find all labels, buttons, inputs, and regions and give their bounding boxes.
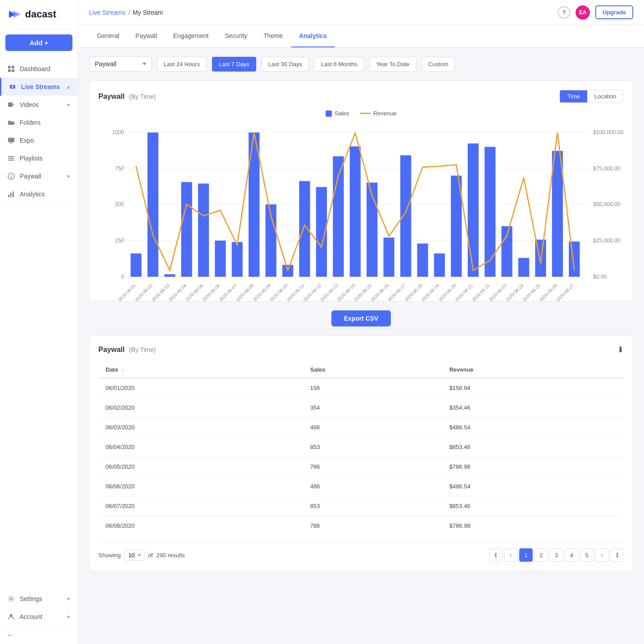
page-last-button[interactable]: ⟫ bbox=[610, 548, 624, 562]
cell-date: 06/06/2020 bbox=[98, 477, 303, 496]
tab-engagement[interactable]: Engagement bbox=[165, 25, 216, 47]
page-btn-2[interactable]: 2 bbox=[534, 548, 548, 562]
page-size-select[interactable]: 10 25 50 bbox=[124, 550, 144, 561]
svg-point-7 bbox=[12, 86, 13, 88]
time-btn-ytd[interactable]: Year To Date bbox=[369, 57, 416, 72]
dollar-icon: $ bbox=[7, 172, 15, 180]
cell-sales: 853 bbox=[303, 496, 442, 516]
cell-revenue: $786.98 bbox=[442, 457, 624, 477]
svg-rect-42 bbox=[215, 241, 225, 277]
svg-rect-52 bbox=[383, 237, 394, 277]
cell-revenue: $853.46 bbox=[442, 437, 624, 457]
cell-date: 06/08/2020 bbox=[98, 516, 303, 536]
svg-rect-4 bbox=[8, 69, 11, 72]
page-first-button[interactable]: ⟪ bbox=[489, 548, 502, 562]
cell-sales: 486 bbox=[303, 418, 442, 437]
svg-marker-9 bbox=[13, 104, 14, 106]
page-next-button[interactable]: › bbox=[595, 548, 609, 562]
legend-sales: Sales bbox=[326, 110, 349, 117]
svg-text:250: 250 bbox=[115, 237, 124, 244]
tab-theme[interactable]: Theme bbox=[255, 25, 291, 47]
of-label: of bbox=[148, 552, 153, 559]
total-results: 290 results bbox=[157, 552, 185, 559]
sidebar-item-paywall[interactable]: $ Paywall ▼ bbox=[0, 167, 78, 185]
svg-text:$50,000.00: $50,000.00 bbox=[593, 201, 620, 208]
time-btn-custom[interactable]: Custom bbox=[422, 57, 455, 72]
sidebar: dacast Add + Dashboard Live Streams ▲ Vi… bbox=[0, 0, 78, 644]
chart-title: Paywall (By Time) bbox=[98, 93, 156, 101]
view-btn-location[interactable]: Location bbox=[587, 90, 623, 102]
view-btn-time[interactable]: Time bbox=[560, 90, 587, 102]
page-btn-4[interactable]: 4 bbox=[565, 548, 578, 562]
col-header-date[interactable]: Date ↓ bbox=[98, 362, 303, 378]
time-btn-last6m[interactable]: Last 6 Months bbox=[314, 57, 364, 72]
time-btn-last24h[interactable]: Last 24 Hours bbox=[157, 57, 207, 72]
cell-revenue: $786.98 bbox=[442, 516, 624, 536]
tab-general[interactable]: General bbox=[89, 25, 127, 47]
metric-select[interactable]: Paywall Views Revenue bbox=[89, 56, 152, 72]
cell-sales: 354 bbox=[303, 398, 442, 418]
sidebar-item-expo[interactable]: Expo bbox=[0, 131, 78, 149]
download-icon[interactable]: ⬇ bbox=[617, 345, 624, 355]
sidebar-item-analytics[interactable]: Analytics bbox=[0, 185, 78, 203]
tab-security[interactable]: Security bbox=[216, 25, 255, 47]
svg-rect-2 bbox=[8, 66, 11, 68]
sidebar-item-dashboard[interactable]: Dashboard bbox=[0, 60, 78, 78]
broadcast-icon bbox=[8, 83, 17, 91]
pagination-info: Showing 10 25 50 of 290 results bbox=[98, 550, 185, 561]
tab-paywall[interactable]: Paywall bbox=[127, 25, 165, 47]
paywall-chevron: ▼ bbox=[66, 174, 71, 179]
sidebar-bottom: Settings ▼ Account ▼ ← bbox=[0, 590, 78, 644]
add-button[interactable]: Add + bbox=[5, 34, 72, 51]
time-btn-last7d[interactable]: Last 7 Days bbox=[212, 57, 256, 72]
sidebar-item-account[interactable]: Account ▼ bbox=[0, 608, 78, 626]
breadcrumb-current: My Stream bbox=[133, 9, 163, 16]
svg-rect-19 bbox=[13, 191, 14, 197]
sidebar-item-folders[interactable]: Folders bbox=[0, 114, 78, 131]
nav-section-main: Dashboard Live Streams ▲ Videos ▼ Folder… bbox=[0, 60, 78, 203]
sidebar-item-paywall-label: Paywall bbox=[20, 173, 41, 180]
page-prev-button[interactable]: ‹ bbox=[504, 548, 517, 562]
page-btn-3[interactable]: 3 bbox=[550, 548, 563, 562]
time-btn-last30d[interactable]: Last 30 Days bbox=[262, 57, 309, 72]
svg-rect-43 bbox=[232, 242, 242, 277]
sidebar-item-live-streams[interactable]: Live Streams ▲ bbox=[0, 78, 78, 96]
person-icon bbox=[7, 613, 15, 621]
sidebar-item-settings[interactable]: Settings ▼ bbox=[0, 590, 78, 608]
chart-card: Paywall (By Time) Time Location Sales bbox=[89, 80, 633, 301]
page-btn-1[interactable]: 1 bbox=[519, 548, 533, 562]
cell-revenue: $486.54 bbox=[442, 418, 624, 437]
svg-rect-40 bbox=[181, 182, 192, 277]
svg-text:$: $ bbox=[10, 174, 12, 179]
upgrade-button[interactable]: Upgrade bbox=[595, 5, 633, 19]
back-button[interactable]: ← bbox=[0, 626, 78, 644]
svg-text:2020-06-27: 2020-06-27 bbox=[555, 283, 575, 302]
sidebar-item-folders-label: Folders bbox=[20, 119, 41, 126]
filter-row: Paywall Views Revenue Last 24 Hours Last… bbox=[89, 56, 633, 72]
header-actions: ? EA Upgrade bbox=[558, 5, 633, 20]
tab-analytics[interactable]: Analytics bbox=[291, 25, 335, 47]
sidebar-item-videos[interactable]: Videos ▼ bbox=[0, 96, 78, 114]
breadcrumb-link[interactable]: Live Streams bbox=[89, 9, 126, 16]
svg-rect-8 bbox=[8, 102, 13, 107]
page-btn-5[interactable]: 5 bbox=[580, 548, 593, 562]
cell-date: 06/01/2020 bbox=[98, 378, 303, 398]
svg-text:$75,000.00: $75,000.00 bbox=[593, 165, 620, 172]
help-button[interactable]: ? bbox=[558, 6, 570, 19]
cell-date: 06/04/2020 bbox=[98, 437, 303, 457]
video-icon bbox=[7, 101, 15, 109]
videos-chevron: ▼ bbox=[66, 102, 71, 107]
sidebar-item-playlists[interactable]: Playlists bbox=[0, 149, 78, 167]
avatar[interactable]: EA bbox=[576, 5, 590, 20]
export-csv-button[interactable]: Export CSV bbox=[331, 310, 391, 326]
sidebar-item-videos-label: Videos bbox=[20, 101, 39, 108]
main-area: Live Streams / My Stream ? EA Upgrade Ge… bbox=[78, 0, 644, 644]
cell-revenue: $486.54 bbox=[442, 477, 624, 496]
header: Live Streams / My Stream ? EA Upgrade bbox=[78, 0, 644, 25]
grid-icon bbox=[7, 65, 15, 73]
nav-divider bbox=[0, 207, 78, 207]
export-row: Export CSV bbox=[89, 310, 633, 326]
svg-rect-10 bbox=[8, 138, 14, 142]
svg-text:0: 0 bbox=[121, 274, 124, 280]
logo-text: dacast bbox=[25, 8, 56, 20]
